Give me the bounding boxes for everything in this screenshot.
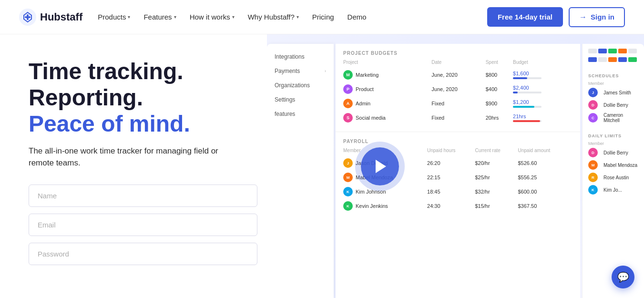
list-item: J James Smith — [588, 88, 638, 97]
sidebar-item-organizations[interactable]: Organizations — [267, 78, 334, 92]
free-trial-button[interactable]: Free 14-day trial — [487, 7, 563, 27]
avatar: M — [343, 173, 353, 182]
chevron-down-icon: ▾ — [232, 14, 235, 20]
sign-in-button[interactable]: → Sign in — [569, 7, 625, 27]
svg-point-4 — [25, 16, 27, 18]
chat-button[interactable]: 💬 — [612, 266, 634, 288]
play-icon — [376, 160, 386, 173]
list-item: D Dollie Berry — [588, 148, 638, 157]
nav-how-it-works[interactable]: How it works ▾ — [190, 13, 235, 21]
table-row: M Marketing June, 2020 $800 $1,600 — [343, 68, 572, 82]
nav-links: Products ▾ Features ▾ How it works ▾ Why… — [98, 13, 366, 21]
sidebar-item-features[interactable]: features — [267, 107, 334, 121]
sidebar-item-payments[interactable]: Payments › — [267, 64, 334, 78]
sidebar-item-settings[interactable]: Settings — [267, 92, 334, 107]
progress-bar — [513, 106, 542, 108]
logo-icon — [19, 9, 36, 26]
schedules-section: SCHEDULES Member J James Smith D Dollie … — [588, 73, 638, 126]
avatar: M — [588, 160, 598, 170]
navbar-left: Hubstaff Products ▾ Features ▾ How it wo… — [19, 9, 367, 26]
project-budgets-table: Project Date Spent Budget M — [343, 60, 572, 125]
password-field[interactable] — [29, 243, 257, 265]
chevron-down-icon: ▾ — [296, 14, 299, 20]
table-row: A Admin Fixed $900 $1,200 — [343, 96, 572, 111]
hero-subtext: The all-in-one work time tracker for man… — [29, 145, 238, 169]
daily-limits-section: DAILY LIMITS Member D Dollie Berry M Mab… — [588, 134, 638, 197]
navbar: Hubstaff Products ▾ Features ▾ How it wo… — [0, 0, 644, 34]
schedules-col-header: Member — [588, 81, 638, 86]
hero-section: Time tracking. Reporting. Peace of mind.… — [0, 34, 267, 298]
svg-point-3 — [27, 18, 29, 20]
payroll-col-amount: Unpaid amount — [518, 148, 572, 156]
list-item: K Kim Jo... — [588, 185, 638, 195]
table-row: P Product June, 2020 $400 $2,400 — [343, 82, 572, 96]
avatar: K — [588, 185, 598, 195]
avatar: R — [588, 173, 598, 182]
nav-features[interactable]: Features ▾ — [143, 13, 176, 21]
dashboard-right-panel: SCHEDULES Member J James Smith D Dollie … — [582, 44, 644, 298]
project-dot: A — [343, 99, 353, 108]
nav-why-hubstaff[interactable]: Why Hubstaff? ▾ — [248, 13, 299, 21]
signin-icon: → — [579, 13, 587, 21]
chevron-down-icon: ▾ — [174, 14, 176, 20]
main-content: Time tracking. Reporting. Peace of mind.… — [0, 34, 644, 298]
nav-demo[interactable]: Demo — [348, 13, 367, 21]
svg-point-2 — [29, 16, 31, 18]
play-button[interactable] — [361, 147, 399, 185]
navbar-right: Free 14-day trial → Sign in — [487, 7, 625, 27]
table-row: K Kevin Jenkins 24:30 $15/hr $367.50 — [343, 199, 572, 213]
sidebar-item-integrations[interactable]: Integrations — [267, 50, 334, 64]
logo-text: Hubstaff — [40, 11, 82, 23]
table-row: S Social media Fixed 20hrs 21hrs — [343, 111, 572, 125]
avatar: J — [343, 158, 353, 168]
name-field[interactable] — [29, 185, 257, 207]
progress-bar — [513, 77, 542, 79]
progress-bar — [513, 120, 542, 122]
chevron-down-icon: ▾ — [128, 14, 130, 20]
avatar: D — [588, 148, 598, 157]
avatar: K — [343, 201, 353, 211]
daily-limits-title: DAILY LIMITS — [588, 134, 638, 138]
payroll-col-rate: Current rate — [475, 148, 518, 156]
project-budgets-title: PROJECT BUDGETS — [343, 51, 572, 56]
list-item: R Rose Austin — [588, 173, 638, 182]
chat-icon: 💬 — [617, 271, 629, 283]
project-dot: M — [343, 70, 353, 80]
schedules-title: SCHEDULES — [588, 73, 638, 78]
logo[interactable]: Hubstaff — [19, 9, 82, 26]
svg-point-1 — [27, 14, 29, 16]
project-dot: S — [343, 113, 353, 123]
dashboard-container: Integrations Payments › Organizations Se… — [267, 44, 644, 298]
col-spent: Spent — [486, 60, 513, 68]
project-budgets-section: PROJECT BUDGETS Project Date Spent Budge… — [336, 44, 580, 132]
payroll-title: PAYROLL — [343, 139, 572, 144]
schedule-top-blocks — [588, 49, 638, 66]
daily-limits-col-header: Member — [588, 141, 638, 146]
hero-heading: Time tracking. Reporting. Peace of mind. — [29, 58, 248, 137]
list-item: C Cameron Mitchell — [588, 113, 638, 123]
signup-form — [29, 185, 248, 265]
email-field[interactable] — [29, 214, 257, 236]
dashboard-sidebar: Integrations Payments › Organizations Se… — [267, 44, 334, 298]
col-project: Project — [343, 60, 431, 68]
nav-products[interactable]: Products ▾ — [98, 13, 130, 21]
project-dot: P — [343, 84, 353, 94]
nav-pricing[interactable]: Pricing — [312, 13, 334, 21]
table-row: K Kim Johnson 18:45 $32/hr $600.00 — [343, 185, 572, 199]
dashboard-preview: Integrations Payments › Organizations Se… — [267, 34, 644, 298]
col-budget: Budget — [513, 60, 572, 68]
avatar: J — [588, 88, 598, 97]
list-item: D Dollie Berry — [588, 100, 638, 110]
payroll-col-hours: Unpaid hours — [427, 148, 475, 156]
avatar: K — [343, 187, 353, 196]
col-date: Date — [431, 60, 485, 68]
list-item: M Mabel Mendoza — [588, 160, 638, 170]
progress-bar — [513, 92, 542, 93]
avatar: C — [588, 113, 598, 123]
chevron-right-icon: › — [325, 69, 326, 73]
avatar: D — [588, 100, 598, 110]
